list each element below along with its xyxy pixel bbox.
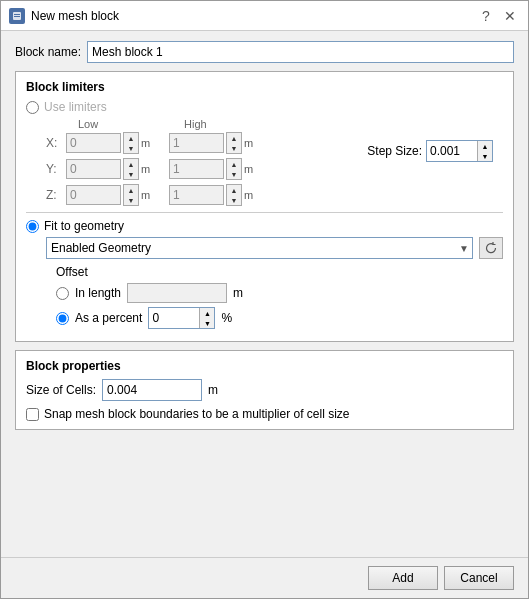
- x-low-up-btn[interactable]: ▲: [124, 133, 138, 143]
- high-header: High: [184, 118, 207, 130]
- x-high-spin: ▲ ▼ m: [169, 132, 258, 154]
- y-low-down-btn[interactable]: ▼: [124, 169, 138, 179]
- z-low-up-btn[interactable]: ▲: [124, 185, 138, 195]
- block-limiters-title: Block limiters: [26, 80, 503, 94]
- percent-down-btn[interactable]: ▼: [200, 318, 214, 328]
- add-button[interactable]: Add: [368, 566, 438, 590]
- y-low-unit: m: [141, 163, 155, 175]
- svg-rect-1: [14, 14, 20, 15]
- y-low-input[interactable]: [66, 159, 121, 179]
- y-high-up-btn[interactable]: ▲: [227, 159, 241, 169]
- fit-to-geometry-label: Fit to geometry: [44, 219, 124, 233]
- percent-spin: ▲ ▼: [148, 307, 215, 329]
- y-high-down-btn[interactable]: ▼: [227, 169, 241, 179]
- x-low-input[interactable]: [66, 133, 121, 153]
- block-name-input[interactable]: [87, 41, 514, 63]
- x-high-unit: m: [244, 137, 258, 149]
- percent-spin-btns: ▲ ▼: [199, 308, 214, 328]
- step-size-row: Step Size: ▲ ▼: [367, 140, 493, 162]
- block-name-label: Block name:: [15, 45, 81, 59]
- as-percent-row: As a percent ▲ ▼ %: [56, 307, 503, 329]
- size-cells-unit: m: [208, 383, 218, 397]
- step-size-input[interactable]: [427, 141, 477, 161]
- z-low-down-btn[interactable]: ▼: [124, 195, 138, 205]
- limiters-grid: Low High X: ▲ ▼ m: [46, 118, 503, 206]
- z-high-unit: m: [244, 189, 258, 201]
- as-percent-radio[interactable]: [56, 312, 69, 325]
- size-cells-row: Size of Cells: m: [26, 379, 503, 401]
- use-limiters-radio[interactable]: [26, 101, 39, 114]
- refresh-button[interactable]: [479, 237, 503, 259]
- use-limiters-row: Use limiters: [26, 100, 503, 114]
- low-header: Low: [78, 118, 168, 130]
- limiters-content: Low High X: ▲ ▼ m: [26, 118, 503, 206]
- percent-input[interactable]: [149, 308, 199, 328]
- fit-to-geometry-radio[interactable]: [26, 220, 39, 233]
- block-name-row: Block name:: [15, 41, 514, 63]
- size-cells-label: Size of Cells:: [26, 383, 96, 397]
- z-axis-label: Z:: [46, 188, 62, 202]
- x-low-spin-btns: ▲ ▼: [123, 132, 139, 154]
- y-high-spin-btns: ▲ ▼: [226, 158, 242, 180]
- x-axis-label: X:: [46, 136, 62, 150]
- dialog-title: New mesh block: [31, 9, 476, 23]
- snap-checkbox-row: Snap mesh block boundaries to be a multi…: [26, 407, 503, 421]
- limiters-header: Low High: [46, 118, 503, 130]
- y-low-up-btn[interactable]: ▲: [124, 159, 138, 169]
- fit-to-geometry-row: Fit to geometry: [26, 219, 503, 233]
- z-high-input[interactable]: [169, 185, 224, 205]
- x-high-down-btn[interactable]: ▼: [227, 143, 241, 153]
- z-high-down-btn[interactable]: ▼: [227, 195, 241, 205]
- svg-rect-2: [14, 16, 20, 17]
- y-high-unit: m: [244, 163, 258, 175]
- x-low-down-btn[interactable]: ▼: [124, 143, 138, 153]
- offset-section: Offset In length m As a percent: [56, 265, 503, 329]
- x-low-unit: m: [141, 137, 155, 149]
- x-high-input[interactable]: [169, 133, 224, 153]
- step-size-spin: ▲ ▼: [426, 140, 493, 162]
- in-length-radio[interactable]: [56, 287, 69, 300]
- use-limiters-label: Use limiters: [44, 100, 107, 114]
- percent-up-btn[interactable]: ▲: [200, 308, 214, 318]
- block-limiters-section: Block limiters Use limiters Low High X:: [15, 71, 514, 342]
- z-high-spin: ▲ ▼ m: [169, 184, 258, 206]
- in-length-input[interactable]: [127, 283, 227, 303]
- x-low-spin: ▲ ▼ m: [66, 132, 155, 154]
- in-length-label: In length: [75, 286, 121, 300]
- step-size-down-btn[interactable]: ▼: [478, 151, 492, 161]
- cancel-button[interactable]: Cancel: [444, 566, 514, 590]
- offset-title: Offset: [56, 265, 503, 279]
- step-size-label: Step Size:: [367, 144, 422, 158]
- y-high-input[interactable]: [169, 159, 224, 179]
- snap-checkbox[interactable]: [26, 408, 39, 421]
- z-high-spin-btns: ▲ ▼: [226, 184, 242, 206]
- block-properties-section: Block properties Size of Cells: m Snap m…: [15, 350, 514, 430]
- z-limiter-row: Z: ▲ ▼ m ▲: [46, 184, 503, 206]
- title-bar: New mesh block ? ✕: [1, 1, 528, 31]
- geometry-dropdown-row: Enabled Geometry ▼: [46, 237, 503, 259]
- z-high-up-btn[interactable]: ▲: [227, 185, 241, 195]
- block-properties-title: Block properties: [26, 359, 503, 373]
- dialog: New mesh block ? ✕ Block name: Block lim…: [0, 0, 529, 599]
- x-high-up-btn[interactable]: ▲: [227, 133, 241, 143]
- in-length-unit: m: [233, 286, 243, 300]
- snap-label: Snap mesh block boundaries to be a multi…: [44, 407, 350, 421]
- separator: [26, 212, 503, 213]
- close-button[interactable]: ✕: [500, 6, 520, 26]
- z-low-spin: ▲ ▼ m: [66, 184, 155, 206]
- dialog-content: Block name: Block limiters Use limiters …: [1, 31, 528, 557]
- step-size-spin-btns: ▲ ▼: [477, 141, 492, 161]
- step-size-up-btn[interactable]: ▲: [478, 141, 492, 151]
- y-low-spin: ▲ ▼ m: [66, 158, 155, 180]
- as-percent-label: As a percent: [75, 311, 142, 325]
- z-low-input[interactable]: [66, 185, 121, 205]
- z-low-spin-btns: ▲ ▼: [123, 184, 139, 206]
- size-cells-input[interactable]: [102, 379, 202, 401]
- y-high-spin: ▲ ▼ m: [169, 158, 258, 180]
- window-icon: [9, 8, 25, 24]
- x-high-spin-btns: ▲ ▼: [226, 132, 242, 154]
- geometry-select[interactable]: Enabled Geometry: [46, 237, 473, 259]
- in-length-row: In length m: [56, 283, 503, 303]
- footer: Add Cancel: [1, 557, 528, 598]
- help-button[interactable]: ?: [476, 6, 496, 26]
